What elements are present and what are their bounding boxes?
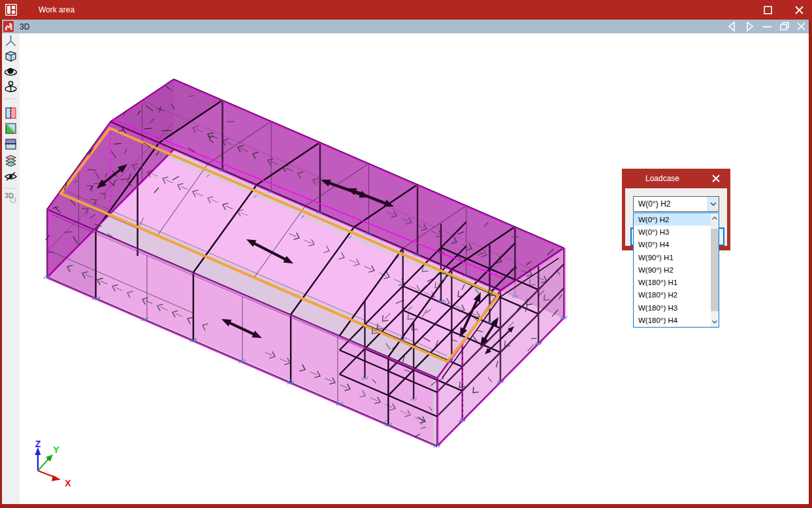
view-tabbar: 3D <box>2 20 809 33</box>
loadcase-dropdown-list: W(0°) H2W(0°) H3W(0°) H4W(90°) H1W(90°) … <box>633 212 719 328</box>
app-window: Work area 3D <box>0 0 812 508</box>
3d-settings-icon[interactable]: 3D <box>5 192 16 203</box>
loadcase-dialog-title: Loadcase <box>645 174 679 183</box>
section-view-icon[interactable] <box>6 107 16 119</box>
scrollbar-thumb[interactable] <box>711 229 719 311</box>
scroll-down-icon[interactable] <box>711 318 719 326</box>
maximize-button[interactable] <box>764 6 772 14</box>
layers-icon[interactable] <box>6 156 16 167</box>
loadcase-list-item[interactable]: W(180°) H1 <box>634 276 711 288</box>
window-title: Work area <box>39 5 74 14</box>
nav-back-button[interactable] <box>723 20 741 33</box>
loadcase-combobox[interactable]: W(0°) H2 <box>633 196 719 212</box>
ucs-axes-icon[interactable] <box>6 35 16 46</box>
axis-triad: Z Y X <box>35 439 72 488</box>
left-toolbar: 3D <box>2 33 20 504</box>
app-logo-icon <box>5 4 17 16</box>
chevron-down-icon <box>710 202 717 206</box>
nav-forward-button[interactable] <box>741 20 758 33</box>
render-mode-icon[interactable] <box>6 124 16 133</box>
hide-elements-icon[interactable] <box>5 173 16 181</box>
view-3d-icon <box>3 21 14 32</box>
axis-label-z: Z <box>35 439 41 449</box>
loadcase-list-item[interactable]: W(0°) H4 <box>634 239 711 251</box>
axis-label-x: X <box>65 478 71 488</box>
orbit-view-icon[interactable] <box>5 68 17 75</box>
dropdown-scrollbar[interactable] <box>711 213 719 327</box>
window-titlebar: Work area <box>0 0 812 20</box>
axis-label-y: Y <box>53 445 59 455</box>
tab-restore-button[interactable] <box>776 20 794 33</box>
loadcase-list-item[interactable]: W(0°) H3 <box>634 226 711 238</box>
rotate-view-icon[interactable] <box>5 82 16 93</box>
loadcase-list-item[interactable]: W(180°) H3 <box>634 301 711 314</box>
tab-controls <box>723 20 809 33</box>
view-cube-icon[interactable] <box>6 52 16 61</box>
close-button[interactable] <box>794 5 804 15</box>
loadcase-combo-value: W(0°) H2 <box>638 199 670 209</box>
loadcase-list-item[interactable]: W(0°) H2 <box>634 213 711 226</box>
clip-planes-icon[interactable] <box>5 139 17 149</box>
loadcase-list-item[interactable]: W(90°) H2 <box>634 263 711 276</box>
3d-settings-label: 3D <box>5 192 14 199</box>
tab-minimize-button[interactable] <box>758 20 776 33</box>
view-tab-title[interactable]: 3D <box>20 22 29 31</box>
loadcase-list-item[interactable]: W(180°) H2 <box>634 289 711 301</box>
loadcase-items: W(0°) H2W(0°) H3W(0°) H4W(90°) H1W(90°) … <box>634 213 711 327</box>
combo-dropdown-button[interactable] <box>707 197 719 211</box>
scroll-up-icon[interactable] <box>711 214 719 222</box>
loadcase-list-item[interactable]: W(90°) H1 <box>634 251 711 263</box>
tab-close-button[interactable] <box>794 20 809 33</box>
building-model <box>44 79 567 448</box>
loadcase-close-icon[interactable] <box>711 173 721 184</box>
loadcase-list-item[interactable]: W(180°) H4 <box>634 314 711 326</box>
